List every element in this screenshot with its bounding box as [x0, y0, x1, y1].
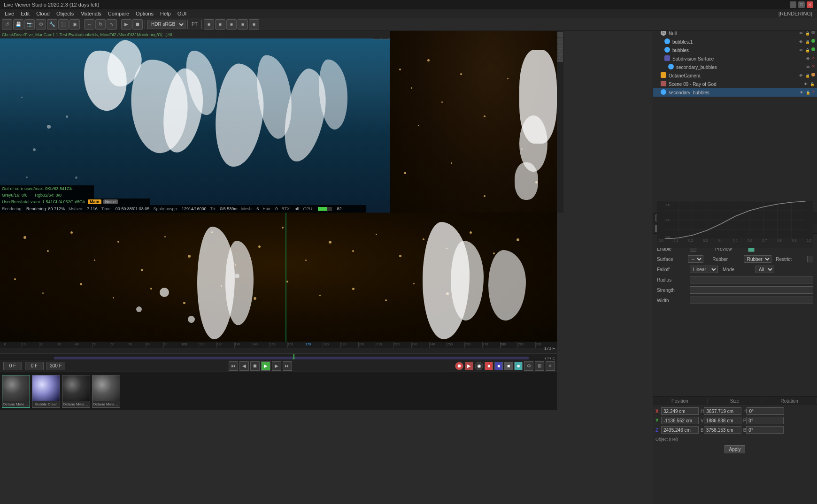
eye-ctrl-5[interactable]: 👁: [805, 56, 811, 61]
color-btn-red[interactable]: ■: [485, 362, 493, 370]
p-rot-field[interactable]: 0°: [746, 417, 784, 424]
radius-value[interactable]: 100%: [690, 276, 813, 283]
vstrip-btn-5[interactable]: ⬛: [557, 56, 563, 62]
minimize-button[interactable]: ─: [790, 1, 796, 8]
menu-live[interactable]: Live: [2, 9, 17, 18]
x-btn-5[interactable]: ✕: [812, 56, 815, 61]
color-btn-teal[interactable]: ■: [514, 362, 523, 370]
tree-item-secondary-bubbles-1[interactable]: secondary_bubbles 👁 ✕: [653, 63, 817, 71]
color-btn-gray[interactable]: ■: [504, 362, 513, 370]
h-size-field[interactable]: 3657.719 cm: [704, 407, 741, 415]
eye-ctrl-9[interactable]: 👁: [799, 90, 804, 95]
lock-ctrl-4[interactable]: 🔒: [805, 47, 810, 53]
y-pos-field[interactable]: -1136.552 cm: [661, 417, 699, 424]
extra-pb-3[interactable]: ≡: [546, 361, 555, 371]
menu-gui[interactable]: GUI: [175, 9, 190, 18]
stop-btn[interactable]: ⏹: [250, 361, 260, 371]
toolbar-btn-2[interactable]: 💾: [13, 19, 23, 30]
x-pos-field[interactable]: 32.249 cm: [661, 407, 699, 415]
fps-field[interactable]: [46, 362, 65, 370]
toolbar-btn-7[interactable]: ◉: [69, 19, 80, 30]
toolbar-stop[interactable]: ⏹: [132, 19, 143, 30]
eye-ctrl-4[interactable]: 👁: [798, 47, 804, 53]
toolbar-btn-3[interactable]: 📷: [24, 19, 35, 30]
color-btn-blue[interactable]: ■: [494, 362, 503, 370]
apply-button[interactable]: Apply: [725, 445, 745, 453]
tree-item-subdiv[interactable]: Subdivision Surface 👁 ✕: [653, 54, 817, 63]
tree-item-scene09[interactable]: Scene 09 - Ray of God 👁 🔒: [653, 80, 817, 88]
vstrip-btn-4[interactable]: ⬛: [557, 50, 563, 56]
close-button[interactable]: ✕: [807, 1, 813, 8]
tree-item-bubbles[interactable]: bubbles 👁 🔒: [653, 46, 817, 54]
tree-item-bubbles1[interactable]: bubbles.1 👁 🔒: [653, 38, 817, 46]
vstrip-btn-3[interactable]: ⬛: [557, 44, 563, 50]
x-btn-6[interactable]: ✕: [812, 64, 815, 70]
maximize-button[interactable]: □: [798, 1, 805, 8]
tree-item-camera[interactable]: OctaneCamera 👁 🔒: [653, 71, 817, 80]
toolbar-btn-4[interactable]: ⚙: [36, 19, 46, 30]
color-btn-orange[interactable]: ◉: [475, 362, 483, 370]
x-btn-9[interactable]: ✕: [812, 90, 815, 95]
b-size-field[interactable]: 3758.153 cm: [704, 426, 741, 434]
vstrip-btn-1[interactable]: ⬛: [557, 32, 563, 38]
b-rot-field[interactable]: 0°: [746, 426, 784, 434]
strength-value[interactable]: 100%: [690, 286, 813, 294]
toolbar-btn-5[interactable]: 🔧: [47, 19, 57, 30]
skip-end-btn[interactable]: ⏭: [283, 361, 292, 371]
lock-ctrl-8[interactable]: 🔒: [809, 81, 815, 87]
frame-start-field[interactable]: [3, 362, 22, 370]
toolbar-btn-6[interactable]: ⬛: [58, 19, 69, 30]
toolbar-extra-4[interactable]: ■: [238, 19, 248, 30]
menu-options[interactable]: Options: [133, 9, 156, 18]
main-badge[interactable]: Main: [88, 199, 101, 204]
mode-dropdown[interactable]: All: [755, 266, 774, 273]
toolbar-extra-3[interactable]: ■: [226, 19, 237, 30]
eye-ctrl-8[interactable]: 👁: [803, 81, 809, 87]
toolbar-render[interactable]: ▶: [121, 19, 131, 30]
menu-edit[interactable]: Edit: [18, 9, 32, 18]
hdr-mode-dropdown[interactable]: HDR sRGB: [147, 20, 185, 29]
menu-materials[interactable]: Materials: [77, 9, 104, 18]
lock-ctrl-7[interactable]: 🔒: [805, 73, 810, 78]
material-thumb-3[interactable]: Octane Material.1: [92, 375, 120, 408]
toolbar-btn-1[interactable]: ↺: [2, 19, 12, 30]
vstrip-btn-2[interactable]: ⬛: [557, 38, 563, 44]
h-rot-field[interactable]: 0°: [747, 407, 784, 415]
next-frame-btn[interactable]: ▶: [272, 361, 281, 371]
menu-cloud[interactable]: Cloud: [33, 9, 53, 18]
toolbar-move[interactable]: ↔: [84, 19, 94, 30]
eye-ctrl-3[interactable]: 👁: [798, 39, 804, 45]
material-thumb-0[interactable]: Octane Material: [2, 375, 30, 408]
play-btn[interactable]: ▶: [261, 361, 270, 371]
render-all-btn[interactable]: ▶: [465, 362, 473, 370]
toolbar-extra-5[interactable]: ■: [249, 19, 259, 30]
eye-ctrl-7[interactable]: 👁: [798, 73, 804, 78]
width-value[interactable]: [690, 297, 813, 304]
eye-ctrl-2[interactable]: 👁: [798, 31, 804, 36]
tree-item-secondary-bubbles-2[interactable]: secondary_bubbles 👁 🔒 ✕: [653, 88, 817, 97]
timeline-area[interactable]: 0 10 20 30 40 50 60 70 80 90 100 110 120…: [0, 342, 557, 353]
noise-badge[interactable]: Noise: [103, 199, 118, 204]
frame-end-field[interactable]: [25, 362, 44, 370]
skip-start-btn[interactable]: ⏮: [229, 361, 238, 371]
z-pos-field[interactable]: 2435.246 cm: [661, 426, 699, 434]
toolbar-rotate[interactable]: ↻: [95, 19, 106, 30]
restrict-checkbox[interactable]: [807, 256, 813, 262]
toolbar-scale[interactable]: ⤡: [107, 19, 117, 30]
menu-compare[interactable]: Compare: [105, 9, 132, 18]
surface-dropdown[interactable]: --: [688, 255, 703, 263]
lock-ctrl-3[interactable]: 🔒: [805, 39, 810, 45]
material-thumb-1[interactable]: Bubble Clear: [32, 375, 60, 408]
record-btn[interactable]: ⏺: [455, 362, 463, 370]
prev-frame-btn[interactable]: ◀: [239, 361, 249, 371]
material-thumb-2[interactable]: Octane Material: [62, 375, 90, 408]
extra-pb-2[interactable]: ⊞: [535, 361, 544, 371]
rubber-dropdown[interactable]: Rubber: [744, 255, 771, 263]
lock-ctrl-2[interactable]: 🔒: [805, 31, 810, 36]
toolbar-extra-1[interactable]: ■: [204, 19, 214, 30]
v-size-field[interactable]: 1886.838 cm: [704, 417, 741, 424]
eye-ctrl-6[interactable]: 👁: [805, 64, 811, 70]
falloff-dropdown[interactable]: Linear: [690, 266, 718, 273]
menu-help[interactable]: Help: [157, 9, 174, 18]
lock-ctrl-9[interactable]: 🔒: [805, 90, 811, 95]
